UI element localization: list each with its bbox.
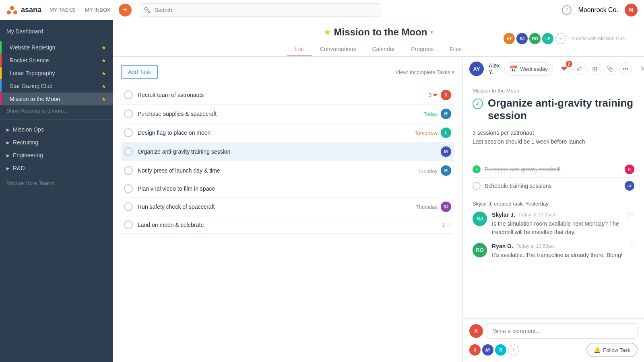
member-avatar-0[interactable]: AY: [504, 33, 515, 44]
subtask-row[interactable]: Schedule training sessions AY: [473, 178, 634, 194]
table-row[interactable]: Design flag to place on moon Tomorrow L: [121, 123, 454, 142]
task-check-0[interactable]: [124, 90, 133, 99]
task-meta-2: Tomorrow L: [415, 128, 451, 138]
star-icon-2: ★: [101, 70, 106, 76]
sidebar-item-dashboard[interactable]: My Dashboard: [0, 25, 113, 38]
add-button[interactable]: +: [119, 4, 132, 16]
tab-files[interactable]: Files: [442, 43, 470, 56]
tab-calendar[interactable]: Calendar: [364, 43, 403, 56]
task-check-7[interactable]: [124, 220, 133, 229]
comment-time-0: Today at 10:25am: [518, 212, 557, 218]
search-icon: 🔍: [144, 7, 151, 13]
topbar: asana MY TASKS MY INBOX + 🔍 ? Moonrock C…: [0, 0, 644, 20]
sidebar-item-star-gazing[interactable]: Star Gazing Club ★: [0, 80, 113, 93]
color-bar-pink: [0, 93, 2, 105]
table-row[interactable]: Purchase supplies & spacecraft Today M: [121, 105, 454, 123]
sidebar-team-engineering[interactable]: ▶ Engineering: [0, 149, 113, 162]
my-tasks-link[interactable]: MY TASKS: [50, 7, 75, 13]
activity-created: Skylar J. created task. Yesterday: [473, 201, 634, 207]
tab-progress[interactable]: Progress: [403, 43, 442, 56]
task-name-1: Purchase supplies & spacecraft: [138, 111, 423, 117]
sidebar-item-lunar-topography[interactable]: Lunar Topography ★: [0, 67, 113, 80]
help-icon[interactable]: ?: [562, 5, 572, 15]
task-avatar-0: K: [441, 90, 451, 100]
detail-due-date[interactable]: 📅 Wednesday: [504, 62, 553, 76]
subtask-check-0[interactable]: ✓: [473, 165, 481, 173]
table-row[interactable]: Organize anti-gravity training session A…: [121, 142, 454, 161]
dependency-button[interactable]: ⊞: [588, 62, 601, 75]
sidebar-item-mission-moon[interactable]: Mission to the Moon ★: [0, 93, 113, 105]
svg-point-0: [10, 6, 14, 10]
subtask-name-1: Schedule training sessions: [485, 183, 625, 189]
member-avatar-3[interactable]: LP: [542, 33, 553, 44]
task-name-6: Run safety check of spacecraft: [138, 204, 416, 210]
filter-chevron-icon: ▾: [452, 69, 454, 75]
detail-task-check[interactable]: ✓: [473, 99, 483, 109]
task-meta-0: 3 ❤ K: [429, 90, 451, 100]
close-button[interactable]: ✕: [640, 64, 644, 73]
comment-heart-1[interactable]: ♡: [630, 243, 634, 249]
task-avatar-6: SJ: [441, 202, 451, 212]
tab-conversations[interactable]: Conversations: [312, 43, 364, 56]
task-name-3: Organize anti-gravity training session: [138, 148, 441, 155]
task-check-1[interactable]: [124, 109, 133, 118]
comment-input-row: K: [469, 323, 638, 339]
task-check-6[interactable]: [124, 202, 133, 211]
subtask-avatar-1: AY: [625, 181, 634, 191]
detail-assignee-avatar[interactable]: AY: [469, 62, 484, 76]
sidebar-team-rd[interactable]: ▶ R&D: [0, 162, 113, 175]
table-row[interactable]: Land on moon & celebrate 2 ♡: [121, 216, 454, 234]
footer-avatar-0[interactable]: K: [469, 344, 481, 356]
chevron-icon-2: ▶: [6, 153, 10, 158]
chevron-icon-3: ▶: [6, 166, 10, 171]
view-filter[interactable]: View: Incomplete Tasks ▾: [396, 69, 454, 75]
attach-button[interactable]: 📎: [604, 62, 617, 75]
member-avatar-2[interactable]: RO: [529, 33, 541, 44]
task-check-2[interactable]: [124, 128, 133, 137]
add-member-button[interactable]: +: [555, 33, 566, 44]
detail-actions: ❤ 2 🏷 ⊞ 📎 •••: [558, 62, 632, 75]
sidebar-item-website-redesign[interactable]: Website Redesign ★: [0, 41, 113, 54]
sidebar-item-rocket-science[interactable]: Rocket Science ★: [0, 54, 113, 67]
table-row[interactable]: Plan viral video to film in space: [121, 180, 454, 197]
more-options-button[interactable]: •••: [619, 62, 632, 75]
sidebar-team-mission-ops[interactable]: ▶ Mission Ops: [0, 123, 113, 136]
task-check-5[interactable]: [124, 184, 133, 193]
like-button[interactable]: ❤ 2: [558, 62, 571, 75]
add-follower-button[interactable]: +: [508, 344, 519, 356]
task-name-4: Notify press of launch day & time: [138, 167, 418, 174]
comment-heart-0[interactable]: 1♡: [627, 212, 634, 218]
search-input[interactable]: [140, 3, 381, 17]
star-icon-0: ★: [101, 45, 106, 51]
comment-content-0: Skylar J. Today at 10:25am 1♡ Is the sim…: [492, 212, 634, 237]
tag-icon: 🏷: [577, 66, 582, 72]
tab-list[interactable]: List: [287, 43, 312, 56]
footer-avatar-1[interactable]: AY: [482, 344, 493, 356]
task-check-3[interactable]: [124, 147, 133, 156]
tag-button[interactable]: 🏷: [573, 62, 586, 75]
user-avatar[interactable]: M: [625, 4, 638, 16]
show-recents-link[interactable]: Show Recents and more...: [0, 105, 113, 116]
topbar-right: ? Moonrock Co. M: [562, 4, 638, 16]
footer-avatar-2[interactable]: R: [495, 344, 506, 356]
comment-avatar-1: RO: [473, 243, 487, 257]
add-task-button[interactable]: Add Task: [121, 65, 158, 79]
star-icon-3: ★: [101, 83, 106, 89]
comment-input[interactable]: [487, 323, 638, 339]
task-name-2: Design flag to place on moon: [138, 130, 415, 136]
browse-teams-link[interactable]: Browse More Teams: [0, 178, 113, 189]
comment-name-0: Skylar J.: [492, 212, 515, 218]
subtask-check-1[interactable]: [473, 182, 481, 190]
detail-project-label: Mission to the Moon: [473, 88, 634, 94]
my-inbox-link[interactable]: MY INBOX: [85, 7, 110, 13]
project-title-chevron[interactable]: ▾: [430, 29, 433, 35]
member-avatar-1[interactable]: SJ: [516, 33, 528, 44]
table-row[interactable]: Run safety check of spacecraft Thursday …: [121, 197, 454, 216]
sidebar-team-recruiting[interactable]: ▶ Recruiting: [0, 136, 113, 149]
table-row[interactable]: Recruit team of astronauts 3 ❤ K: [121, 86, 454, 105]
detail-panel: AY Alex Y. 📅 Wednesday ❤ 2 🏷: [463, 57, 644, 362]
follow-task-button[interactable]: 🔔 Follow Task: [586, 343, 638, 357]
table-row[interactable]: Notify press of launch day & time Tuesda…: [121, 161, 454, 180]
subtask-row[interactable]: ✓ Purchase anti-gravity treadmill K: [473, 161, 634, 178]
task-check-4[interactable]: [124, 166, 133, 175]
